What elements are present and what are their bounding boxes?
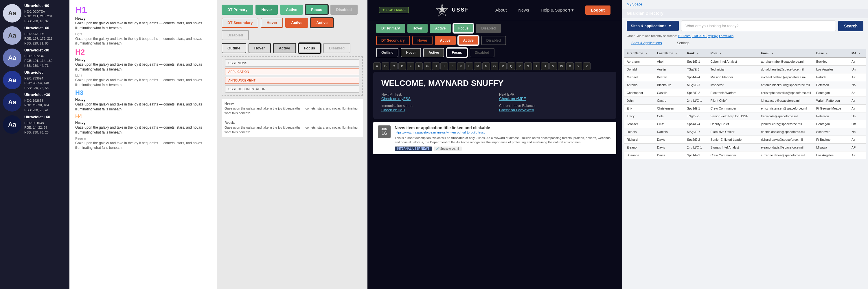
btn-dt-primary-focus[interactable]: Focus [305, 5, 328, 15]
nav-help-support[interactable]: Help & Support ▾ [541, 7, 574, 13]
nav-news[interactable]: News [518, 7, 529, 12]
btn-dt-primary-active[interactable]: Active [280, 5, 303, 15]
alpha-x[interactable]: X [566, 63, 574, 70]
table-row[interactable]: DonaldAustinTSgt/E-6Techniciandonald.aus… [624, 66, 866, 73]
wireframe-item-4[interactable]: USSF DOCUMENTATION [225, 85, 359, 93]
ussf-btn-active[interactable]: Active [430, 24, 451, 33]
settings-link[interactable]: Settings [672, 40, 694, 47]
table-row[interactable]: AntonioBlackburnMSgt/E-7Inspectorantonio… [624, 81, 866, 89]
alpha-l[interactable]: L [466, 63, 473, 70]
my-space-link[interactable]: My Space [627, 2, 642, 6]
btn-outline-active[interactable]: Active [273, 43, 296, 53]
btn-dt-secondary[interactable]: DT Secondary [222, 17, 258, 28]
news-tag-spaceforce[interactable]: 🔗 Spaceforce.mil [434, 147, 462, 151]
table-row[interactable]: AbrahamAbelSpc1/E-1Cyber Intel Analystab… [624, 58, 866, 66]
table-row[interactable]: JenniferCruzSpc4/E-4Deputy Chiefjennifer… [624, 120, 866, 128]
alpha-m[interactable]: M [474, 63, 482, 70]
alpha-n[interactable]: N [482, 63, 490, 70]
filter-icon-role[interactable]: ▼ [719, 52, 722, 55]
alpha-i[interactable]: I [440, 63, 448, 70]
immun-link[interactable]: Check on IMR [381, 108, 490, 112]
sites-dropdown[interactable]: Sites & applications ▾ [627, 21, 679, 31]
nav-about[interactable]: About [495, 7, 507, 12]
ussf-btn-o-focus[interactable]: Focus [446, 48, 467, 57]
filter-icon-base[interactable]: ▼ [826, 52, 828, 55]
btn-dt-secondary-active[interactable]: Active [285, 17, 308, 28]
col-rank[interactable]: Rank ▼ [685, 49, 708, 58]
col-email[interactable]: Email ▼ [758, 49, 814, 58]
alpha-s[interactable]: S [524, 63, 532, 70]
ussf-btn-hover[interactable]: Hover [407, 24, 428, 33]
alpha-e[interactable]: E [407, 63, 414, 70]
ussf-btn-dt-primary[interactable]: DT Primary [376, 24, 405, 33]
recent-search-pt[interactable]: PT Tests, [678, 34, 691, 38]
epr-link[interactable]: Check on vMPF [499, 97, 608, 101]
col-last-name[interactable]: Last Name ▼ [655, 49, 685, 58]
ussf-btn-focus[interactable]: Focus [453, 24, 474, 33]
search-button[interactable]: Search [838, 21, 863, 31]
ussf-btn-s-active-2[interactable]: Active [458, 36, 479, 45]
alpha-z[interactable]: Z [583, 63, 591, 70]
alpha-f[interactable]: F [415, 63, 423, 70]
col-role[interactable]: Role ▼ [708, 49, 758, 58]
btn-dt-secondary-active-2[interactable]: Active [310, 17, 333, 28]
alpha-r[interactable]: R [516, 63, 523, 70]
ussf-btn-s-hover[interactable]: Hover [412, 36, 433, 45]
alpha-h[interactable]: H [432, 63, 439, 70]
table-row[interactable]: DennisDanielsMSgt/E-7Executive Officerde… [624, 128, 866, 136]
filter-icon-lastname[interactable]: ▼ [675, 52, 678, 55]
alpha-y[interactable]: Y [575, 63, 582, 70]
col-base[interactable]: Base ▼ [814, 49, 849, 58]
alpha-b[interactable]: B [382, 63, 389, 70]
alpha-w[interactable]: W [558, 63, 565, 70]
sites-apps-link[interactable]: Sites & Applications [627, 40, 666, 47]
news-tag-internal[interactable]: INTERNAL USSF NEWS [395, 147, 432, 151]
wireframe-item-2[interactable]: APPLICATION [225, 68, 359, 75]
recent-search-leaveweb[interactable]: Leaveweb [719, 34, 734, 38]
filter-icon-email[interactable]: ▼ [771, 52, 774, 55]
filter-icon-ma[interactable]: ▼ [858, 52, 861, 55]
btn-dt-primary[interactable]: DT Primary [222, 5, 253, 15]
ussf-btn-o-hover[interactable]: Hover [401, 48, 421, 57]
btn-outline-hover[interactable]: Hover [249, 43, 271, 53]
ussf-btn-outline[interactable]: Outline [376, 48, 398, 57]
alpha-q[interactable]: Q [507, 63, 515, 70]
wireframe-item-1[interactable]: USSF NEWS [225, 60, 359, 67]
table-row[interactable]: EleanorDavis2nd Lt/O-1Signals Intel Anal… [624, 144, 866, 151]
table-row[interactable]: RichardDavisSpc2/E-2Senior Enlisted Lead… [624, 136, 866, 144]
alpha-v[interactable]: V [550, 63, 557, 70]
btn-outline[interactable]: Outline [222, 43, 246, 53]
table-row[interactable]: ErikChristensenSpc1/E-1Crew Commandereri… [624, 105, 866, 112]
news-title[interactable]: News item or application title linked an… [395, 125, 612, 130]
alpha-k[interactable]: K [457, 63, 465, 70]
table-row[interactable]: SuzanneDavisSpc1/E-1Crew Commandersuzann… [624, 151, 866, 159]
leave-link[interactable]: Check on LeaveWeb [499, 108, 608, 112]
btn-dt-primary-hover[interactable]: Hover [255, 5, 278, 15]
ussf-btn-o-active[interactable]: Active [423, 48, 444, 57]
alpha-j[interactable]: J [449, 63, 456, 70]
search-input[interactable]: What are you looking for today? [681, 21, 836, 31]
wireframe-item-3[interactable]: ANNOUNCEMENT [225, 77, 359, 84]
col-first-name[interactable]: First Name ▼ [624, 49, 655, 58]
btn-dt-secondary-hover[interactable]: Hover [261, 17, 283, 28]
alpha-a[interactable]: A [373, 63, 381, 70]
col-ma[interactable]: MA ▼ [849, 49, 866, 58]
table-row[interactable]: ChristopherCastilloSpc2/E-2Electronic Wa… [624, 89, 866, 97]
alpha-t[interactable]: T [533, 63, 540, 70]
table-row[interactable]: TracyColeTSgt/E-6Senior Field Rep for US… [624, 112, 866, 120]
alpha-d[interactable]: D [398, 63, 406, 70]
table-row[interactable]: JohnCastro2nd Lt/O-1Flight Chiefjohn.cas… [624, 97, 866, 105]
alpha-c[interactable]: C [390, 63, 398, 70]
recent-search-mypay[interactable]: MyPay, [708, 34, 718, 38]
alpha-o[interactable]: O [491, 63, 498, 70]
alpha-g[interactable]: G [424, 63, 431, 70]
news-link[interactable]: https://www.my.spaceforce.mil/news/writt… [395, 131, 612, 134]
filter-icon-firstname[interactable]: ▼ [645, 52, 648, 55]
alpha-p[interactable]: P [499, 63, 507, 70]
btn-outline-focus[interactable]: Focus [298, 43, 321, 53]
light-mode-badge[interactable]: ✦ LIGHT MODE [379, 7, 409, 13]
logout-button[interactable]: Logout [585, 5, 611, 15]
filter-icon-rank[interactable]: ▼ [696, 52, 699, 55]
alpha-u[interactable]: U [541, 63, 549, 70]
pt-test-link[interactable]: Check on myFSS [381, 97, 490, 101]
